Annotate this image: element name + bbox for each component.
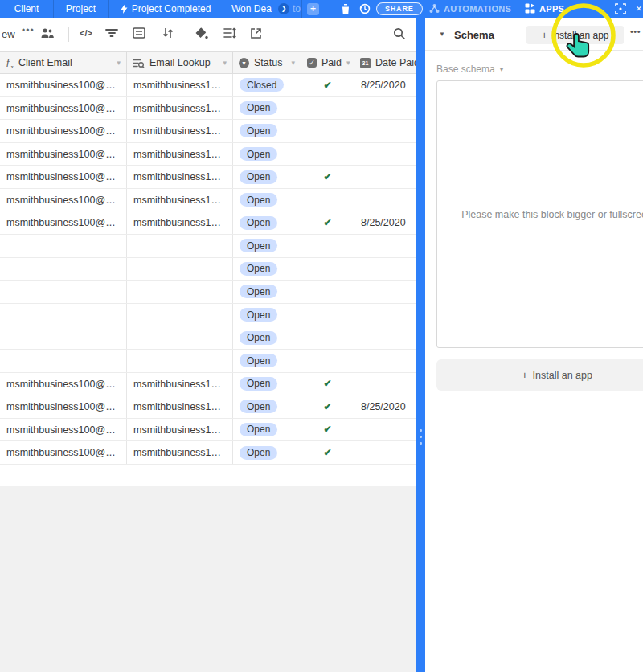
fullscreen-icon[interactable]	[615, 3, 626, 14]
base-schema-dropdown[interactable]: Base schema ▾	[436, 64, 503, 75]
cell-status[interactable]: Open	[233, 97, 301, 120]
install-app-button[interactable]: + Install an app	[526, 26, 624, 44]
cell-client-email[interactable]: msmithbusiness100@gmail.com	[0, 166, 127, 188]
collaborators-icon[interactable]	[40, 27, 55, 39]
cell-email-lookup[interactable]	[127, 326, 233, 349]
cell-paid[interactable]: ✔	[301, 166, 354, 188]
cell-paid[interactable]	[301, 120, 354, 142]
cell-client-email[interactable]: msmithbusiness100@gmail.com	[0, 120, 127, 142]
cell-client-email[interactable]	[0, 350, 127, 372]
cell-email-lookup[interactable]	[127, 258, 233, 281]
column-header-email-lookup[interactable]: Email Lookup ▾	[127, 52, 233, 73]
cell-status[interactable]: Open	[233, 419, 301, 441]
cell-email-lookup[interactable]: msmithbusiness100@gmail.com	[127, 97, 233, 120]
table-row[interactable]: Open	[0, 326, 416, 350]
column-menu-caret-icon[interactable]: ▾	[291, 59, 295, 67]
cell-date-paid[interactable]	[354, 373, 416, 395]
column-menu-caret-icon[interactable]: ▾	[117, 59, 121, 67]
cell-status[interactable]: Open	[233, 373, 301, 395]
overflow-menu-icon[interactable]: •••	[630, 27, 641, 36]
table-row[interactable]: Open	[0, 350, 416, 373]
cell-date-paid[interactable]	[354, 166, 416, 188]
hide-fields-icon[interactable]: </>	[80, 28, 92, 38]
table-row[interactable]: msmithbusiness100@gmail.commsmithbusines…	[0, 441, 416, 465]
table-row[interactable]: msmithbusiness100@gmail.commsmithbusines…	[0, 395, 416, 419]
cell-client-email[interactable]: msmithbusiness100@gmail.com	[0, 395, 127, 418]
cell-date-paid[interactable]	[354, 258, 416, 281]
cell-date-paid[interactable]	[354, 304, 416, 326]
history-icon[interactable]	[359, 3, 371, 14]
table-row[interactable]: Open	[0, 281, 416, 304]
share-button[interactable]: SHARE	[376, 2, 423, 15]
cell-status[interactable]: Open	[233, 281, 301, 303]
view-name-fragment[interactable]: ew	[2, 28, 15, 40]
column-header-date-paid[interactable]: 31 Date Paid	[354, 52, 416, 73]
cell-date-paid[interactable]	[354, 235, 416, 257]
apps-section-button[interactable]: APPS	[525, 3, 564, 14]
add-row-strip[interactable]	[0, 465, 416, 486]
share-view-icon[interactable]	[250, 27, 262, 39]
cell-status[interactable]: Open	[233, 326, 301, 349]
cell-paid[interactable]	[301, 281, 354, 303]
panel-resize-handle[interactable]	[416, 18, 425, 672]
automations-section-button[interactable]: AUTOMATIONS	[429, 3, 511, 14]
cell-paid[interactable]	[301, 304, 354, 326]
cell-date-paid[interactable]: 8/25/2020	[354, 211, 416, 234]
color-icon[interactable]	[195, 27, 208, 39]
column-menu-caret-icon[interactable]: ▾	[223, 59, 227, 67]
install-an-app-button-large[interactable]: + Install an app	[436, 359, 643, 391]
column-header-status[interactable]: ▼ Status ▾	[233, 52, 301, 73]
table-row[interactable]: msmithbusiness100@gmail.commsmithbusines…	[0, 166, 416, 189]
row-height-icon[interactable]	[223, 27, 236, 39]
cell-status[interactable]: Open	[233, 350, 301, 372]
cell-paid[interactable]	[301, 97, 354, 120]
cell-status[interactable]: Open	[233, 120, 301, 142]
cell-status[interactable]: Open	[233, 395, 301, 418]
table-row[interactable]: msmithbusiness100@gmail.commsmithbusines…	[0, 97, 416, 121]
table-row[interactable]: Open	[0, 235, 416, 258]
cell-client-email[interactable]: msmithbusiness100@gmail.com	[0, 211, 127, 234]
table-row[interactable]: Open	[0, 258, 416, 281]
column-header-client-email[interactable]: ƒx Client Email ▾	[0, 52, 127, 73]
cell-status[interactable]: Open	[233, 304, 301, 326]
view-options-icon[interactable]: •••	[22, 25, 35, 36]
column-header-paid[interactable]: ✓ Paid ▾	[301, 52, 354, 73]
cell-paid[interactable]	[301, 189, 354, 211]
cell-date-paid[interactable]	[354, 419, 416, 441]
cell-email-lookup[interactable]: msmithbusiness100@gmail.com	[127, 189, 233, 211]
table-row[interactable]: msmithbusiness100@gmail.commsmithbusines…	[0, 373, 416, 396]
cell-client-email[interactable]: msmithbusiness100@gmail.com	[0, 143, 127, 166]
table-row[interactable]: msmithbusiness100@gmail.commsmithbusines…	[0, 120, 416, 143]
column-menu-caret-icon[interactable]: ▾	[346, 59, 350, 67]
cell-client-email[interactable]	[0, 304, 127, 326]
table-row[interactable]: msmithbusiness100@gmail.commsmithbusines…	[0, 189, 416, 212]
tab-project[interactable]: Project	[54, 0, 109, 18]
cell-paid[interactable]	[301, 258, 354, 281]
cell-status[interactable]: Open	[233, 166, 301, 188]
cell-date-paid[interactable]	[354, 120, 416, 142]
cell-client-email[interactable]	[0, 235, 127, 257]
cell-client-email[interactable]	[0, 281, 127, 303]
close-panel-icon[interactable]: ×	[636, 2, 642, 14]
cell-status[interactable]: Open	[233, 211, 301, 234]
table-row[interactable]: msmithbusiness100@gmail.commsmithbusines…	[0, 419, 416, 442]
cell-client-email[interactable]	[0, 258, 127, 281]
cell-email-lookup[interactable]: msmithbusiness100@gmail.com	[127, 441, 233, 464]
cell-date-paid[interactable]	[354, 97, 416, 120]
cell-client-email[interactable]: msmithbusiness100@gmail.com	[0, 74, 127, 96]
cell-client-email[interactable]: msmithbusiness100@gmail.com	[0, 189, 127, 211]
fullscreen-link[interactable]: fullscreen	[609, 209, 643, 220]
cell-status[interactable]: Closed	[233, 74, 301, 96]
cell-email-lookup[interactable]: msmithbusiness100@gmail.com	[127, 211, 233, 234]
table-row[interactable]: msmithbusiness100@gmail.commsmithbusines…	[0, 143, 416, 166]
cell-date-paid[interactable]	[354, 143, 416, 166]
cell-date-paid[interactable]	[354, 350, 416, 372]
cell-email-lookup[interactable]	[127, 350, 233, 372]
cell-paid[interactable]	[301, 143, 354, 166]
tab-project-completed[interactable]: Project Completed	[109, 0, 223, 18]
cell-paid[interactable]	[301, 326, 354, 349]
table-row[interactable]: msmithbusiness100@gmail.commsmithbusines…	[0, 211, 416, 235]
cell-status[interactable]: Open	[233, 441, 301, 464]
cell-client-email[interactable]: msmithbusiness100@gmail.com	[0, 97, 127, 120]
cell-email-lookup[interactable]: msmithbusiness100@gmail.com	[127, 166, 233, 188]
